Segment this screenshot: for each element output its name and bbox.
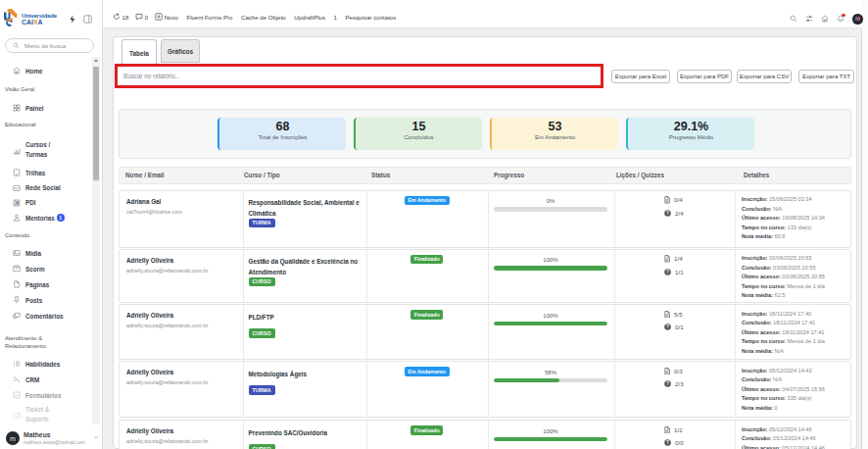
svg-text:?: ?: [666, 270, 669, 274]
svg-text:?: ?: [666, 381, 669, 386]
svg-text:?: ?: [666, 211, 669, 216]
svg-text:?: ?: [666, 324, 669, 329]
svg-text:?: ?: [666, 440, 669, 445]
